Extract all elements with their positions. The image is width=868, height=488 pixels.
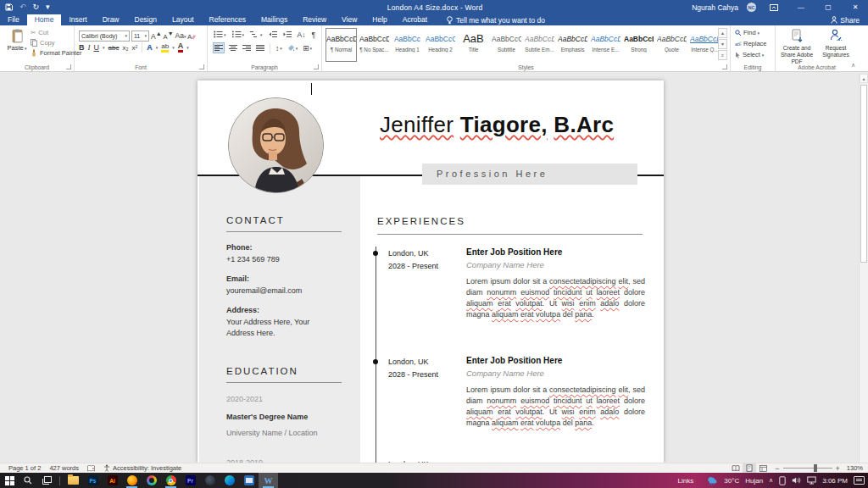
save-icon[interactable] xyxy=(5,0,13,14)
profession-box[interactable]: Profession Here xyxy=(422,164,637,185)
premiere-taskbar-icon[interactable]: Pr xyxy=(181,473,200,488)
edge-taskbar-icon[interactable] xyxy=(220,473,239,488)
print-layout-button[interactable] xyxy=(743,463,756,473)
read-mode-button[interactable] xyxy=(729,463,743,473)
bold-button[interactable]: B xyxy=(79,43,85,52)
style--normal[interactable]: AaBbCcDc¶ Normal xyxy=(326,28,357,62)
tab-review[interactable]: Review xyxy=(295,14,334,25)
align-left-button[interactable] xyxy=(213,42,225,53)
italic-button[interactable]: I xyxy=(88,43,91,52)
customize-qat-icon[interactable]: ▾ xyxy=(46,0,50,14)
style-intense-q-[interactable]: AaBbCcDiIntense Q... xyxy=(689,28,721,62)
links-toolbar[interactable]: Links xyxy=(678,477,694,485)
tab-references[interactable]: References xyxy=(202,14,253,25)
tab-design[interactable]: Design xyxy=(127,14,164,25)
font-dialog-launcher[interactable] xyxy=(199,64,204,69)
increase-indent-button[interactable] xyxy=(282,29,292,40)
style-emphasis[interactable]: AaBbCcDiEmphasis xyxy=(557,28,588,62)
font-family-select[interactable]: Calibri (Body)▾ xyxy=(79,30,130,42)
tab-mailings[interactable]: Mailings xyxy=(253,14,295,25)
styles-more-button[interactable]: ≡ xyxy=(718,50,727,60)
styles-scroll-down[interactable]: ▼ xyxy=(718,39,727,49)
style-strong[interactable]: AaBbCcDcStrong xyxy=(623,28,654,62)
underline-dropdown[interactable]: ▾ xyxy=(103,45,105,50)
sort-button[interactable]: A↓ xyxy=(297,29,307,40)
word-count[interactable]: 427 words xyxy=(49,464,79,472)
clock[interactable]: 3:06 PM xyxy=(822,477,848,485)
underline-button[interactable]: U xyxy=(94,43,100,52)
word-taskbar-icon[interactable]: W xyxy=(259,473,278,488)
tab-help[interactable]: Help xyxy=(364,14,394,25)
borders-button[interactable]: ⊞▾ xyxy=(302,42,313,53)
tab-acrobat[interactable]: Acrobat xyxy=(395,14,435,25)
style--no-spac-[interactable]: AaBbCcDc¶ No Spac... xyxy=(359,28,390,62)
tab-insert[interactable]: Insert xyxy=(61,14,94,25)
replace-button[interactable]: abReplace xyxy=(735,40,767,47)
steam-taskbar-icon[interactable] xyxy=(200,473,220,488)
font-color-dropdown[interactable]: ▾ xyxy=(186,45,189,50)
superscript-button[interactable]: x² xyxy=(132,44,138,52)
style-heading-1[interactable]: AaBbCcHeading 1 xyxy=(392,28,423,62)
multilevel-list-button[interactable]: ▾ xyxy=(249,29,264,40)
undo-icon[interactable]: ↶ xyxy=(19,0,26,14)
tab-draw[interactable]: Draw xyxy=(95,14,127,25)
vertical-scrollbar[interactable]: ▲ xyxy=(859,74,868,463)
document-canvas[interactable]: Jeniffer Tiagore, B.Arc Profession Here … xyxy=(0,73,868,463)
zoom-out-button[interactable]: − xyxy=(775,464,779,473)
profile-photo[interactable] xyxy=(228,97,324,193)
tell-me-box[interactable]: Tell me what you want to do xyxy=(447,14,545,25)
tab-view[interactable]: View xyxy=(334,14,364,25)
redo-icon[interactable]: ↻ xyxy=(33,0,40,14)
tab-file[interactable]: File xyxy=(0,14,27,25)
find-button[interactable]: Find▾ xyxy=(735,29,767,36)
change-case-button[interactable]: Aa▾ xyxy=(175,31,186,40)
justify-button[interactable] xyxy=(255,42,265,53)
start-button[interactable] xyxy=(0,473,19,488)
photoshop-taskbar-icon[interactable]: Ps xyxy=(83,473,103,488)
illustrator-taskbar-icon[interactable]: Ai xyxy=(103,473,122,488)
chrome-taskbar-icon[interactable] xyxy=(161,473,181,488)
numbering-button[interactable]: ▾ xyxy=(231,29,246,40)
highlight-dropdown[interactable]: ▾ xyxy=(172,45,175,50)
tab-layout[interactable]: Layout xyxy=(164,14,202,25)
task-view-button[interactable] xyxy=(37,473,56,488)
bullets-button[interactable]: ▾ xyxy=(213,29,227,40)
accessibility-status[interactable]: Accessibility: Investigate xyxy=(103,464,181,472)
shading-button[interactable]: ▾ xyxy=(287,42,299,53)
zoom-in-button[interactable]: + xyxy=(836,464,840,473)
align-right-button[interactable] xyxy=(242,42,252,53)
style-title[interactable]: AaBTitle xyxy=(458,28,489,62)
shrink-font-button[interactable]: A▼ xyxy=(164,30,174,41)
style-intense-e-[interactable]: AaBbCcDiIntense E... xyxy=(590,28,621,62)
avatar[interactable]: NC xyxy=(747,3,756,12)
mail-taskbar-icon[interactable] xyxy=(239,473,259,488)
show-formatting-button[interactable]: ¶ xyxy=(310,29,316,40)
proofing-errors-icon[interactable] xyxy=(87,465,95,472)
clear-formatting-button[interactable]: A xyxy=(187,28,196,43)
text-effects-dropdown[interactable]: ▾ xyxy=(156,45,159,50)
clipboard-dialog-launcher[interactable] xyxy=(66,64,71,69)
action-center-icon[interactable] xyxy=(854,476,865,485)
minimize-button[interactable]: — xyxy=(792,0,810,14)
page[interactable]: Jeniffer Tiagore, B.Arc Profession Here … xyxy=(198,80,664,463)
subscript-button[interactable]: x₂ xyxy=(122,44,128,52)
text-effects-button[interactable]: A xyxy=(147,43,153,52)
weather-desc[interactable]: Hujan xyxy=(745,477,763,485)
account-name[interactable]: Ngurah Cahya xyxy=(692,3,738,12)
select-button[interactable]: Select▾ xyxy=(735,51,767,58)
strikethrough-button[interactable]: abc xyxy=(108,44,120,52)
page-indicator[interactable]: Page 1 of 2 xyxy=(8,464,41,472)
font-size-select[interactable]: 11▾ xyxy=(131,30,149,42)
share-button[interactable]: Share xyxy=(831,14,868,25)
highlight-button[interactable]: ab xyxy=(161,43,169,53)
request-signatures-button[interactable]: Request Signatures xyxy=(816,29,855,66)
style-subtle-em-[interactable]: AaBbCcDiSubtle Em... xyxy=(524,28,555,62)
tray-expand-icon[interactable]: ∧ xyxy=(769,477,773,484)
style-heading-2[interactable]: AaBbCcCHeading 2 xyxy=(425,28,456,62)
close-button[interactable]: ✕ xyxy=(846,0,865,14)
scroll-up-icon[interactable]: ▲ xyxy=(860,74,868,83)
line-spacing-button[interactable]: ↕▾ xyxy=(275,42,283,53)
grow-font-button[interactable]: A▲ xyxy=(151,30,162,41)
resume-sidebar[interactable]: CONTACT Phone: +1 234 569 789 Email: you… xyxy=(199,176,360,463)
style-quote[interactable]: AaBbCcDiQuote xyxy=(656,28,687,62)
